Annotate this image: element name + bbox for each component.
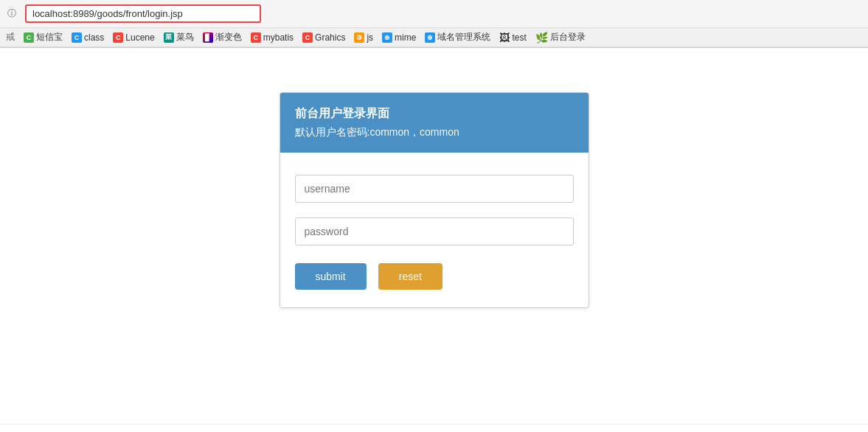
login-header-title: 前台用户登录界面 [295, 106, 574, 122]
login-card: 前台用户登录界面 默认用户名密码:common，common submit re… [280, 92, 589, 308]
submit-button[interactable]: submit [295, 263, 367, 290]
bookmark-label-mybatis: mybatis [263, 32, 294, 43]
bookmarks-bar: 戒 C 短信宝 C class C Lucene 菜 菜鸟 ▊ 渐变色 C my… [0, 28, 868, 47]
bookmark-test[interactable]: 🖼 test [499, 32, 526, 43]
reset-button[interactable]: reset [378, 263, 442, 290]
address-bar-row: ⓘ [0, 0, 868, 28]
password-input[interactable] [295, 217, 574, 245]
bookmark-icon-graphics: C [302, 32, 313, 43]
bookmark-houtai[interactable]: 🌿 后台登录 [535, 31, 586, 43]
password-group [295, 217, 574, 245]
bookmark-icon-js: ③ [354, 32, 364, 43]
username-input[interactable] [295, 175, 574, 203]
bookmark-icon-cainiao: 菜 [164, 32, 174, 43]
bookmark-icon-jianbianses: ▊ [203, 32, 213, 43]
bookmark-label-cainiao: 菜鸟 [176, 31, 194, 43]
bookmark-yuming[interactable]: ⊕ 域名管理系统 [425, 31, 490, 43]
bookmark-mybatis[interactable]: C mybatis [251, 32, 294, 43]
ellipsis-label: 戒 [6, 31, 15, 43]
address-input[interactable] [25, 4, 261, 23]
bookmark-cainiao[interactable]: 菜 菜鸟 [164, 31, 194, 43]
bookmark-label-test: test [512, 32, 526, 43]
bookmark-label-yuming: 域名管理系统 [437, 31, 490, 43]
bookmark-icon-houtai: 🌿 [535, 32, 548, 43]
bookmark-label-graphics: Grahics [315, 32, 345, 43]
username-group [295, 175, 574, 203]
security-icon: ⓘ [7, 7, 16, 20]
login-body: submit reset [280, 153, 588, 307]
bookmark-icon-duanxinbao: C [24, 32, 34, 43]
bookmark-icon-test: 🖼 [499, 32, 510, 43]
bookmark-icon-class: C [72, 32, 82, 43]
bookmark-js[interactable]: ③ js [354, 32, 373, 43]
address-bar[interactable] [25, 4, 261, 23]
bookmark-label-class: class [84, 32, 104, 43]
bookmark-duanxinbao[interactable]: C 短信宝 [24, 31, 63, 43]
login-header: 前台用户登录界面 默认用户名密码:common，common [280, 93, 588, 153]
bookmark-icon-yuming: ⊕ [425, 32, 435, 43]
bookmark-class[interactable]: C class [72, 32, 104, 43]
bookmark-mime[interactable]: ⊕ mime [382, 32, 416, 43]
bookmark-label-houtai: 后台登录 [550, 31, 586, 43]
bookmark-label-jianbianses: 渐变色 [215, 31, 242, 43]
browser-chrome: ⓘ 戒 C 短信宝 C class C Lucene 菜 菜鸟 ▊ 渐变色 C … [0, 0, 868, 48]
bookmark-label-duanxinbao: 短信宝 [36, 31, 63, 43]
bookmark-icon-lucene: C [113, 32, 123, 43]
bookmark-label-lucene: Lucene [125, 32, 154, 43]
page-content: 前台用户登录界面 默认用户名密码:common，common submit re… [0, 48, 868, 424]
bookmark-jianbianses[interactable]: ▊ 渐变色 [203, 31, 242, 43]
bookmark-label-js: js [367, 32, 373, 43]
bookmark-graphics[interactable]: C Grahics [302, 32, 345, 43]
page-footer: https://blog.csdn.net/Capluqiang_521 [0, 424, 868, 432]
bookmark-lucene[interactable]: C Lucene [113, 32, 154, 43]
button-row: submit reset [295, 263, 574, 290]
bookmark-icon-mybatis: C [251, 32, 261, 43]
login-header-subtitle: 默认用户名密码:common，common [295, 126, 574, 139]
bookmark-icon-mime: ⊕ [382, 32, 392, 43]
bookmark-label-mime: mime [395, 32, 416, 43]
